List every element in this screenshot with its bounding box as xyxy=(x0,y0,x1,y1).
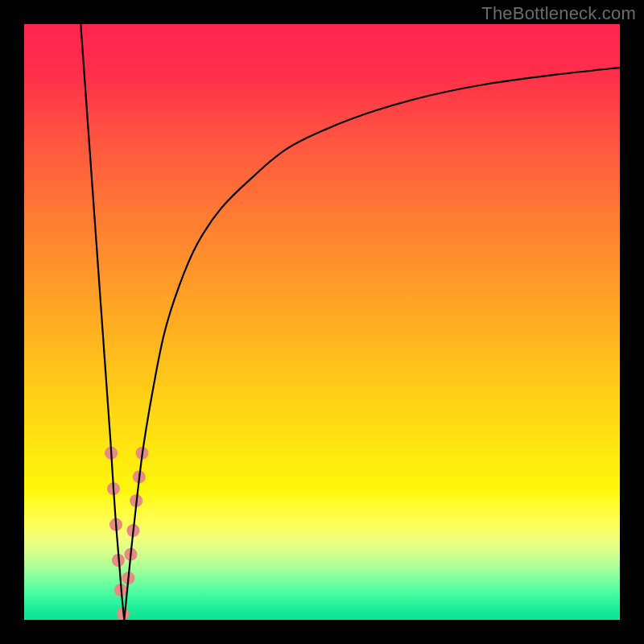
curve-right-branch xyxy=(124,68,620,620)
plot-area xyxy=(24,24,620,620)
curve-layer xyxy=(24,24,620,620)
chart-frame: TheBottleneck.com xyxy=(0,0,644,644)
watermark-label: TheBottleneck.com xyxy=(481,3,636,24)
